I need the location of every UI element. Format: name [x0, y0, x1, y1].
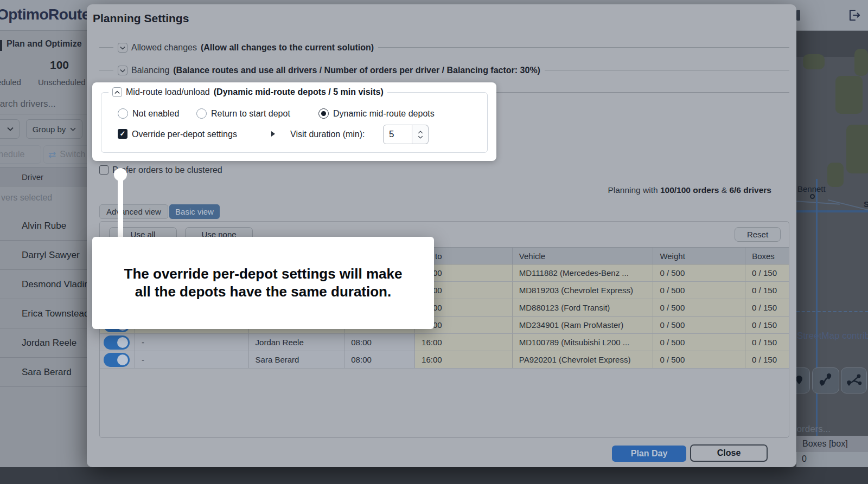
override-checkbox[interactable]	[118, 129, 127, 139]
radio-icon	[196, 108, 207, 119]
driver-name: Alvin Rube	[22, 221, 66, 231]
chevron-down-icon	[120, 69, 125, 73]
radio-selected-icon	[318, 108, 329, 119]
tooltip-text-line2: all the depots have the same duration.	[135, 283, 391, 301]
arrow-right-icon	[271, 131, 275, 137]
planning-note: Planning with 100/100 orders & 6/6 drive…	[608, 185, 771, 195]
planning-note-prefix: Planning with	[608, 185, 660, 195]
map-terrain-patch	[835, 76, 863, 114]
midroute-highlight-box: Mid-route load/unload (Dynamic mid-route…	[92, 82, 496, 161]
modal-title: Planning Settings	[93, 12, 189, 25]
collapse-toggle-button[interactable]	[118, 43, 127, 53]
plan-tab-indicator	[0, 40, 2, 51]
section-allowed-changes: Allowed changes (Allow all changes to th…	[113, 42, 378, 53]
section-detail: (Balance routes and use all drivers / Nu…	[173, 66, 540, 75]
section-detail: (Dynamic mid-route depots / 5 min visits…	[214, 87, 384, 97]
map-road	[796, 210, 868, 212]
midroute-fieldset	[101, 92, 488, 153]
chevron-up-icon	[418, 131, 423, 134]
visit-duration-stepper[interactable]	[412, 125, 429, 144]
planning-note-orders: 100/100 orders	[660, 185, 719, 195]
shuffle-icon: ⇄	[48, 149, 56, 160]
section-midroute: Mid-route load/unload (Dynamic mid-route…	[108, 87, 387, 98]
table-row: - Sara Berard 08:00 16:00 PA920201 (Chev…	[100, 351, 789, 369]
col-weight: Weight	[653, 248, 745, 264]
map-tool-button-multi-route[interactable]	[841, 367, 867, 393]
logout-icon[interactable]	[847, 8, 861, 22]
filter-dropdown[interactable]	[0, 119, 20, 139]
schedule-label: Schedule	[0, 150, 24, 159]
map-town-label: Bennett	[797, 184, 826, 193]
driver-name: Sara Berard	[22, 367, 72, 378]
schedule-button[interactable]: Schedule	[0, 145, 41, 164]
driver-name: Darryl Sawyer	[22, 250, 80, 261]
section-label: Balancing	[131, 66, 169, 75]
cluster-checkbox[interactable]	[99, 165, 108, 175]
radio-icon	[118, 108, 128, 119]
collapse-toggle-button[interactable]	[118, 66, 127, 75]
bottom-strip	[0, 467, 868, 484]
scheduled-label: Scheduled	[0, 78, 21, 87]
visit-duration-input[interactable]: 5	[383, 125, 412, 144]
search-drivers-input[interactable]: Search drivers...	[0, 99, 56, 109]
planning-note-drivers: 6/6 drivers	[729, 185, 771, 195]
driver-name: Desmond Vladin	[22, 279, 90, 290]
switch-label: Switch	[60, 150, 85, 159]
driver-name: Jordan Reele	[22, 338, 76, 349]
radio-not-enabled[interactable]: Not enabled	[118, 108, 179, 119]
radio-label: Dynamic mid-route depots	[333, 109, 435, 119]
tooltip-connector-line	[118, 179, 123, 238]
page-title: Plan and Optimize	[7, 39, 82, 49]
radio-return-to-start-depot[interactable]: Return to start depot	[196, 108, 290, 119]
reset-button[interactable]: Reset	[735, 227, 781, 242]
plan-day-button[interactable]: Plan Day	[612, 446, 686, 462]
planning-settings-modal: Planning Settings Allowed changes (Allow…	[87, 4, 796, 467]
unscheduled-label: Unscheduled	[38, 78, 86, 87]
map-terrain-patch	[854, 49, 868, 76]
screen: OptimoRoute Bennett S StreetMap contrib	[0, 0, 868, 484]
chevron-down-icon	[418, 135, 423, 139]
tooltip-text-line1: The override per-depot settings will mak…	[124, 265, 403, 283]
chevron-up-icon	[114, 91, 120, 94]
use-toggle-on[interactable]	[104, 353, 130, 367]
col-vehicle: Vehicle	[513, 248, 654, 264]
map-tool-button-route[interactable]	[812, 367, 839, 393]
drivers-selected-note: vers selected	[1, 193, 52, 203]
close-button[interactable]: Close	[690, 444, 768, 462]
section-label: Mid-route load/unload	[126, 87, 210, 97]
map-town-marker	[810, 194, 815, 199]
map-partial-label: S	[864, 199, 868, 209]
planning-note-amp: &	[719, 185, 729, 195]
override-label: Override per-depot settings	[132, 130, 237, 139]
orders-column-header: Boxes [box]	[796, 436, 868, 452]
header-button-sliver	[796, 10, 800, 21]
driver-header-label: Driver	[22, 172, 43, 182]
map-attribution[interactable]: StreetMap contrib	[797, 331, 868, 341]
unscheduled-count: 100	[50, 59, 69, 72]
tour-tooltip: The override per-depot settings will mak…	[92, 237, 434, 329]
orders-cell-value: 0	[802, 454, 807, 464]
driver-name: Erica Townstead	[22, 308, 89, 319]
chevron-down-icon	[120, 46, 125, 50]
group-by-dropdown[interactable]: Group by	[26, 119, 82, 139]
orders-cell: 0	[796, 452, 868, 467]
map-terrain-patch	[827, 163, 844, 187]
cluster-label: Prefer orders to be clustered	[112, 165, 222, 175]
use-toggle-on[interactable]	[104, 335, 130, 350]
map-terrain-patch	[846, 125, 868, 173]
optimoroute-logo: OptimoRoute	[0, 6, 90, 23]
divider	[496, 92, 789, 93]
tab-advanced-view[interactable]: Advanced view	[99, 204, 168, 219]
map-road-dashed	[796, 311, 868, 312]
radio-dynamic-mid-route-depots[interactable]: Dynamic mid-route depots	[318, 108, 435, 119]
tab-basic-view[interactable]: Basic view	[169, 204, 220, 219]
section-balancing: Balancing (Balance routes and use all dr…	[113, 65, 545, 76]
chevron-down-icon	[7, 127, 14, 131]
col-boxes: Boxes	[745, 248, 789, 264]
orders-column-label: Boxes [box]	[802, 439, 848, 449]
visit-duration-label: Visit duration (min):	[290, 130, 365, 139]
collapse-toggle-button[interactable]	[112, 87, 122, 97]
map-terrain-patch	[803, 54, 825, 69]
radio-label: Not enabled	[132, 109, 179, 119]
group-by-label: Group by	[33, 125, 66, 134]
